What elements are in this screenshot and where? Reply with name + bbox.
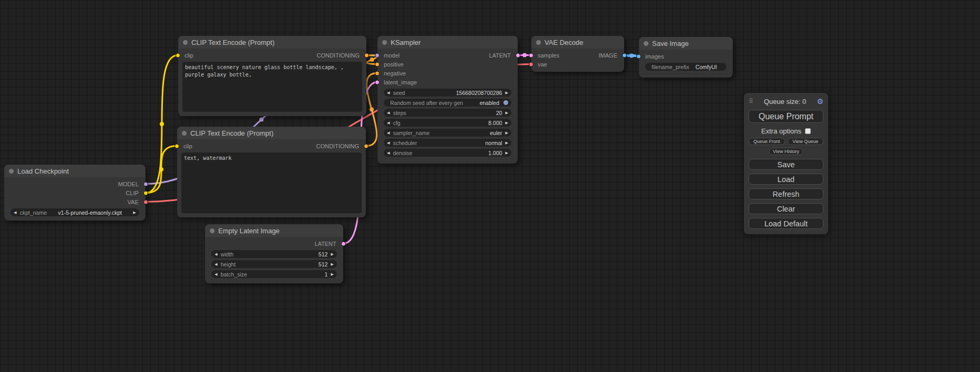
node-empty-latent-image[interactable]: Empty Latent Image LATENT ◀ width 512 ▶ … — [205, 224, 343, 283]
queue-front-button[interactable]: Queue Front — [749, 138, 785, 145]
extra-options-checkbox[interactable] — [805, 128, 811, 134]
clear-button[interactable]: Clear — [749, 203, 823, 214]
collapse-dot-icon[interactable] — [644, 41, 648, 46]
decrement-arrow-icon[interactable]: ◀ — [387, 109, 390, 117]
port-row-model-latent: model LATENT — [377, 51, 518, 60]
wire-clip — [146, 55, 178, 193]
increment-arrow-icon[interactable]: ▶ — [331, 260, 334, 268]
input-port-latent-image[interactable] — [375, 80, 380, 84]
widget-sampler-name[interactable]: ◀ sampler_name euler ▶ — [384, 129, 511, 137]
widget-ckpt-name[interactable]: ◀ ckpt_name v1-5-pruned-emaonly.ckpt ▶ — [11, 208, 139, 216]
queue-prompt-button[interactable]: Queue Prompt — [749, 110, 823, 123]
output-port-conditioning[interactable] — [364, 144, 368, 148]
collapse-dot-icon[interactable] — [382, 40, 387, 45]
save-button[interactable]: Save — [749, 159, 823, 170]
wire-midpoint-dot — [160, 122, 164, 126]
decrement-arrow-icon[interactable]: ◀ — [387, 139, 390, 147]
widget-random-seed-toggle[interactable]: Random seed after every gen enabled — [384, 99, 511, 107]
decrement-arrow-icon[interactable]: ◀ — [215, 250, 217, 258]
node-titlebar[interactable]: CLIP Text Encode (Prompt) — [178, 36, 366, 49]
widget-seed[interactable]: ◀ seed 156680208700286 ▶ — [384, 89, 511, 97]
decrement-arrow-icon[interactable]: ◀ — [387, 119, 390, 127]
input-port-positive[interactable] — [375, 62, 380, 66]
node-ksampler[interactable]: KSampler model LATENT positive negative … — [377, 36, 518, 164]
load-button[interactable]: Load — [749, 174, 823, 185]
increment-arrow-icon[interactable]: ▶ — [506, 129, 508, 137]
output-port-conditioning[interactable] — [364, 53, 369, 58]
collapse-dot-icon[interactable] — [210, 228, 215, 233]
drag-handle-icon[interactable]: ⠿ — [749, 98, 753, 105]
output-port-vae[interactable] — [143, 199, 148, 204]
widget-value: 20 — [496, 110, 502, 116]
decrement-arrow-icon[interactable]: ◀ — [387, 149, 390, 157]
load-default-button[interactable]: Load Default — [749, 218, 823, 229]
node-clip-text-encode-negative[interactable]: CLIP Text Encode (Prompt) clip CONDITION… — [177, 127, 366, 217]
input-port-samples[interactable] — [529, 53, 533, 58]
node-titlebar[interactable]: CLIP Text Encode (Prompt) — [177, 127, 366, 139]
view-history-button[interactable]: View History — [769, 148, 803, 155]
node-titlebar[interactable]: VAE Decode — [531, 36, 624, 49]
widget-value: 512 — [318, 261, 328, 268]
input-port-vae[interactable] — [529, 62, 533, 66]
increment-arrow-icon[interactable]: ▶ — [506, 109, 508, 117]
input-port-images[interactable] — [636, 54, 641, 59]
node-canvas[interactable]: Load Checkpoint MODEL CLIP VAE ◀ ckpt_na… — [0, 0, 980, 372]
prompt-textarea[interactable]: beautiful scenery nature glass bottle la… — [182, 62, 362, 112]
widget-scheduler[interactable]: ◀ scheduler normal ▶ — [384, 139, 511, 147]
output-port-clip[interactable] — [143, 190, 148, 195]
view-queue-button[interactable]: View Queue — [788, 138, 824, 145]
input-port-negative[interactable] — [375, 71, 380, 75]
increment-arrow-icon[interactable]: ▶ — [331, 270, 334, 278]
decrement-arrow-icon[interactable]: ◀ — [215, 260, 217, 268]
decrement-arrow-icon[interactable]: ◀ — [387, 129, 390, 137]
node-titlebar[interactable]: Save Image — [639, 37, 733, 50]
queue-size-label: Queue size: 0 — [753, 98, 817, 106]
increment-arrow-icon[interactable]: ▶ — [331, 250, 334, 258]
input-port-model[interactable] — [375, 53, 380, 58]
node-save-image[interactable]: Save Image images filename_prefix ComfyU… — [639, 37, 733, 78]
decrement-arrow-icon[interactable]: ◀ — [14, 208, 16, 216]
refresh-button[interactable]: Refresh — [749, 188, 823, 199]
toggle-indicator-icon[interactable] — [503, 100, 508, 105]
input-port-clip[interactable] — [174, 144, 179, 148]
decrement-arrow-icon[interactable]: ◀ — [215, 270, 217, 278]
increment-arrow-icon[interactable]: ▶ — [506, 149, 508, 157]
widget-height[interactable]: ◀ height 512 ▶ — [211, 260, 337, 268]
output-port-image[interactable] — [622, 53, 627, 58]
widget-denoise[interactable]: ◀ denoise 1.000 ▶ — [384, 149, 511, 157]
increment-arrow-icon[interactable]: ▶ — [506, 89, 508, 97]
node-load-checkpoint[interactable]: Load Checkpoint MODEL CLIP VAE ◀ ckpt_na… — [4, 165, 145, 221]
input-label-model: model — [384, 52, 400, 59]
widget-value: normal — [486, 140, 502, 146]
node-titlebar[interactable]: Load Checkpoint — [4, 165, 145, 177]
widget-filename-prefix[interactable]: filename_prefix ComfyUI — [645, 63, 726, 71]
input-port-clip[interactable] — [176, 53, 180, 58]
output-label-conditioning: CONDITIONING — [316, 143, 359, 149]
node-clip-text-encode-positive[interactable]: CLIP Text Encode (Prompt) clip CONDITION… — [178, 36, 366, 116]
widget-batch-size[interactable]: ◀ batch_size 1 ▶ — [211, 270, 337, 278]
output-label-model: MODEL — [118, 181, 139, 187]
prompt-textarea[interactable]: text, watermark — [181, 152, 362, 213]
widget-steps[interactable]: ◀ steps 20 ▶ — [384, 109, 511, 117]
node-titlebar[interactable]: Empty Latent Image — [205, 224, 343, 237]
widget-cfg[interactable]: ◀ cfg 8.000 ▶ — [384, 119, 511, 127]
output-port-model[interactable] — [143, 182, 148, 186]
node-title: Load Checkpoint — [17, 167, 69, 175]
collapse-dot-icon[interactable] — [183, 40, 188, 45]
node-vae-decode[interactable]: VAE Decode samples IMAGE vae — [531, 36, 624, 72]
increment-arrow-icon[interactable]: ▶ — [506, 119, 508, 127]
widget-name: denoise — [393, 150, 412, 156]
output-port-latent[interactable] — [516, 53, 520, 58]
increment-arrow-icon[interactable]: ▶ — [133, 208, 136, 216]
port-row-samples-image: samples IMAGE — [531, 51, 624, 60]
settings-gear-icon[interactable]: ⚙ — [817, 97, 823, 106]
increment-arrow-icon[interactable]: ▶ — [506, 139, 508, 147]
decrement-arrow-icon[interactable]: ◀ — [387, 89, 390, 97]
output-port-latent[interactable] — [341, 241, 346, 246]
widget-value: enabled — [480, 100, 499, 106]
collapse-dot-icon[interactable] — [182, 131, 187, 136]
widget-width[interactable]: ◀ width 512 ▶ — [211, 250, 337, 258]
collapse-dot-icon[interactable] — [536, 40, 541, 45]
collapse-dot-icon[interactable] — [9, 169, 14, 174]
node-titlebar[interactable]: KSampler — [377, 36, 518, 49]
